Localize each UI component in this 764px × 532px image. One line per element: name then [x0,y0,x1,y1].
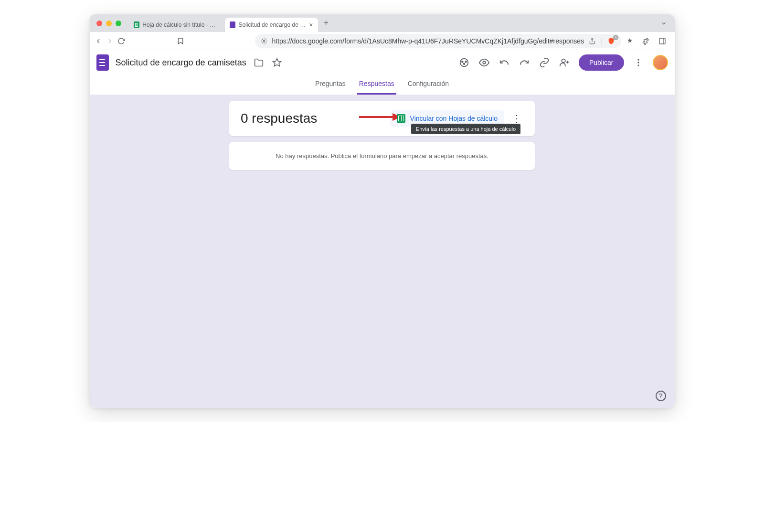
svg-point-8 [460,59,468,67]
redo-icon[interactable] [519,57,530,68]
svg-point-10 [465,61,467,63]
svg-marker-7 [273,59,281,66]
link-icon[interactable] [539,57,550,68]
responses-count-label: 0 respuestas [241,111,384,126]
preview-icon[interactable] [478,57,490,68]
content-area: 0 respuestas Vincular con Hojas de cálcu… [90,95,675,408]
reload-button[interactable] [117,37,125,45]
folder-icon[interactable] [253,57,265,68]
tab-questions[interactable]: Preguntas [313,75,348,95]
star-icon[interactable] [271,57,283,68]
svg-point-13 [562,59,565,63]
forms-icon [230,21,236,28]
svg-point-12 [483,61,486,64]
tabs-overflow-icon[interactable] [660,20,667,27]
rewards-icon[interactable] [625,37,635,45]
bookmark-icon[interactable] [177,37,184,45]
url-input[interactable]: https://docs.google.com/forms/d/1AsUc8Mh… [255,34,621,48]
close-window-button[interactable] [96,21,102,26]
user-avatar[interactable] [653,55,668,70]
google-forms-logo[interactable] [96,54,109,71]
tab-title: Hoja de cálculo sin título - Hojas [142,21,217,28]
link-sheets-label: Vincular con Hojas de cálculo [410,115,498,122]
forward-button[interactable] [106,37,114,45]
svg-point-17 [637,62,639,63]
help-button[interactable]: ? [656,391,666,401]
tab-title: Solicitud de encargo de cami [238,21,306,28]
document-title[interactable]: Solicitud de encargo de camisetas [116,58,246,68]
form-nav-tabs: Preguntas Respuestas Configuración [90,75,675,95]
browser-menu-icon[interactable] [674,37,675,45]
svg-rect-2 [659,38,665,44]
tab-responses[interactable]: Respuestas [357,75,396,95]
theme-icon[interactable] [458,57,470,68]
sheets-icon [134,21,140,28]
minimize-window-button[interactable] [106,21,112,26]
add-collaborator-icon[interactable] [559,57,570,68]
svg-point-11 [464,63,465,64]
browser-tab-bar: Hoja de cálculo sin título - Hojas Solic… [90,14,675,32]
header-toolbar: Publicar [458,54,668,71]
svg-point-16 [637,59,639,61]
responses-more-icon[interactable]: ⋮ [510,113,523,124]
share-icon[interactable] [589,38,595,44]
browser-right-icons [625,37,675,45]
undo-icon[interactable] [499,57,510,68]
svg-point-18 [637,64,639,66]
url-text: https://docs.google.com/forms/d/1AsUc8Mh… [272,37,584,45]
window-controls [96,21,121,26]
browser-tab-sheets[interactable]: Hoja de cálculo sin título - Hojas [129,18,222,32]
publish-button[interactable]: Publicar [579,54,624,71]
site-settings-icon [261,38,267,44]
svg-point-0 [263,40,265,42]
address-bar: https://docs.google.com/forms/d/1AsUc8Mh… [90,32,675,50]
more-options-icon[interactable] [633,57,644,68]
svg-point-9 [462,61,463,63]
new-tab-button[interactable]: + [324,18,329,28]
sheets-icon [397,114,405,123]
back-button[interactable] [95,37,102,45]
tab-settings[interactable]: Configuración [406,75,451,95]
empty-responses-card: No hay respuestas. Publica el formulario… [229,142,535,170]
brave-shield-icon[interactable]: 4 [607,37,615,45]
sidebar-toggle-icon[interactable] [658,37,667,45]
tooltip: Envía las respuestas a una hoja de cálcu… [411,124,520,134]
responses-summary-card: 0 respuestas Vincular con Hojas de cálcu… [229,101,535,136]
shield-count: 4 [613,35,618,40]
extensions-icon[interactable] [641,37,651,45]
forms-header: Solicitud de encargo de camisetas Public… [90,50,675,75]
empty-message: No hay respuestas. Publica el formulario… [276,152,488,160]
close-tab-icon[interactable]: × [309,21,313,29]
maximize-window-button[interactable] [116,21,121,26]
browser-tab-forms[interactable]: Solicitud de encargo de cami × [225,18,318,32]
browser-window: Hoja de cálculo sin título - Hojas Solic… [90,14,675,408]
